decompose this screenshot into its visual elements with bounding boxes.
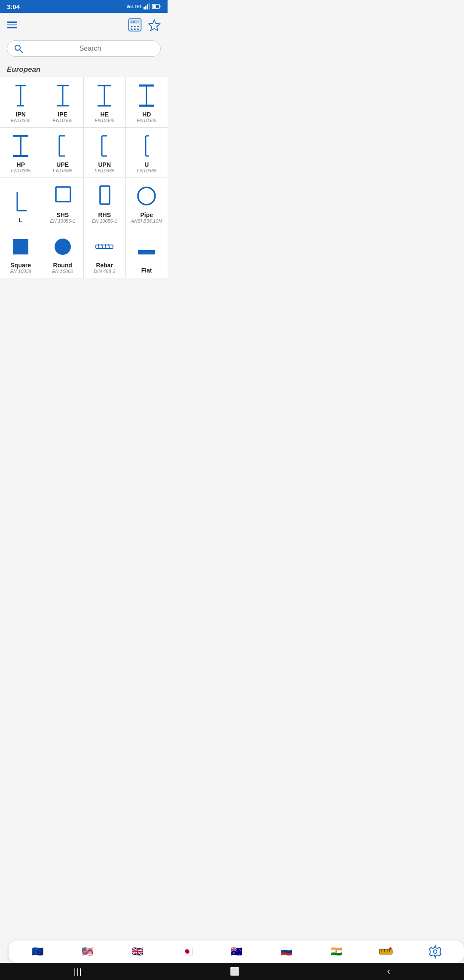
- square-sub: EN 10059: [10, 269, 31, 274]
- status-time: 3:04: [7, 3, 20, 10]
- rhs-sub: EN 10056-1: [92, 218, 117, 224]
- ipn-label: IPN: [16, 111, 26, 118]
- upe-sub: EN10365: [53, 168, 73, 173]
- he-icon: [92, 83, 117, 108]
- item-HP[interactable]: HP EN10365: [0, 128, 42, 178]
- hp-sub: EN10365: [11, 168, 31, 173]
- section-content: IPN EN10365 IPE EN10365: [0, 77, 168, 278]
- hd-icon: [134, 83, 159, 108]
- svg-rect-0: [143, 7, 145, 9]
- square-icon: [8, 233, 34, 259]
- pipe-label: Pipe: [140, 211, 153, 218]
- grid-row-3: L SHS EN 10056-1 RHS EN 10056-1: [0, 178, 168, 228]
- svg-marker-16: [149, 20, 160, 31]
- item-IPN[interactable]: IPN EN10365: [0, 77, 42, 127]
- upn-icon: [92, 133, 117, 159]
- svg-rect-6: [153, 5, 156, 8]
- item-UPN[interactable]: UPN EN10365: [84, 128, 126, 178]
- search-input[interactable]: [27, 45, 153, 52]
- round-sub: EN 10060: [52, 269, 73, 274]
- item-HD[interactable]: HD EN10365: [126, 77, 168, 127]
- item-Round[interactable]: Round EN 10060: [42, 228, 84, 278]
- hp-icon: [8, 133, 34, 159]
- item-IPE[interactable]: IPE EN10365: [42, 77, 84, 127]
- menu-button[interactable]: [7, 21, 17, 28]
- u-sub: EN10365: [137, 168, 156, 173]
- grid-row-1: IPN EN10365 IPE EN10365: [0, 77, 168, 128]
- he-sub: EN10365: [95, 118, 114, 123]
- search-container: [0, 37, 168, 64]
- upn-sub: EN10365: [95, 168, 114, 173]
- status-bar: 3:04 VoLTE1: [0, 0, 168, 13]
- item-L[interactable]: L: [0, 178, 42, 228]
- rhs-icon: [92, 183, 117, 209]
- ipn-sub: EN10365: [11, 118, 31, 123]
- search-icon: [14, 44, 23, 53]
- shs-label: SHS: [56, 211, 69, 218]
- battery-icon: [152, 4, 161, 9]
- rebar-label: Rebar: [96, 262, 113, 269]
- upn-label: UPN: [98, 161, 111, 168]
- calculator-icon[interactable]: + ×: [127, 17, 143, 33]
- square-label: Square: [11, 262, 31, 269]
- svg-rect-45: [56, 187, 70, 202]
- rhs-label: RHS: [98, 211, 111, 218]
- search-bar[interactable]: [7, 40, 161, 57]
- svg-rect-46: [100, 186, 110, 204]
- svg-rect-1: [145, 6, 147, 9]
- lte-icon: VoLTE1: [126, 4, 142, 9]
- svg-point-49: [55, 239, 71, 255]
- status-icons: VoLTE1: [126, 3, 161, 9]
- he-label: HE: [101, 111, 109, 118]
- ipn-icon: [8, 83, 34, 108]
- ipe-icon: [50, 83, 76, 108]
- favorites-button[interactable]: [148, 18, 161, 31]
- item-Rebar[interactable]: Rebar DIN 488-2: [84, 228, 126, 278]
- pipe-sub: ANSI B36.10M: [131, 218, 162, 224]
- item-HE[interactable]: HE EN10365: [84, 77, 126, 127]
- grid-row-4: Square EN 10059 Round EN 10060: [0, 228, 168, 278]
- round-label: Round: [53, 262, 72, 269]
- svg-point-14: [137, 28, 139, 30]
- app-bar-icons: + ×: [127, 17, 161, 33]
- svg-point-17: [15, 45, 20, 50]
- hd-sub: EN10365: [137, 118, 156, 123]
- app-bar: + ×: [0, 13, 168, 37]
- upe-label: UPE: [56, 161, 69, 168]
- svg-rect-48: [13, 239, 28, 254]
- flat-icon: [134, 239, 159, 264]
- ipe-sub: EN10365: [53, 118, 73, 123]
- ipe-label: IPE: [58, 111, 67, 118]
- shs-sub: EN 10056-1: [50, 218, 75, 224]
- item-SHS[interactable]: SHS EN 10056-1: [42, 178, 84, 228]
- svg-point-10: [134, 26, 136, 28]
- svg-point-13: [134, 28, 136, 30]
- hp-label: HP: [17, 161, 25, 168]
- l-label: L: [19, 217, 23, 224]
- u-label: U: [144, 161, 149, 168]
- item-RHS[interactable]: RHS EN 10056-1: [84, 178, 126, 228]
- rebar-icon: [92, 233, 117, 259]
- svg-rect-5: [160, 6, 161, 8]
- item-U[interactable]: U EN10365: [126, 128, 168, 178]
- l-icon: [8, 188, 34, 214]
- svg-rect-3: [149, 3, 150, 9]
- svg-point-12: [131, 28, 133, 30]
- item-Flat[interactable]: Flat: [126, 228, 168, 278]
- item-Square[interactable]: Square EN 10059: [0, 228, 42, 278]
- shs-icon: [50, 183, 76, 209]
- svg-point-11: [137, 26, 139, 28]
- section-label: European: [0, 64, 168, 77]
- flat-label: Flat: [141, 267, 152, 274]
- item-Pipe[interactable]: Pipe ANSI B36.10M: [126, 178, 168, 228]
- svg-rect-2: [147, 4, 148, 9]
- svg-text:+ ×: + ×: [130, 20, 134, 24]
- item-UPE[interactable]: UPE EN10365: [42, 128, 84, 178]
- signal-icon: [143, 3, 150, 9]
- grid-row-2: HP EN10365 UPE EN10365: [0, 128, 168, 178]
- pipe-icon: [134, 183, 159, 209]
- svg-rect-55: [138, 250, 155, 254]
- svg-line-18: [20, 50, 22, 52]
- round-icon: [50, 233, 76, 259]
- rebar-sub: DIN 488-2: [94, 269, 115, 274]
